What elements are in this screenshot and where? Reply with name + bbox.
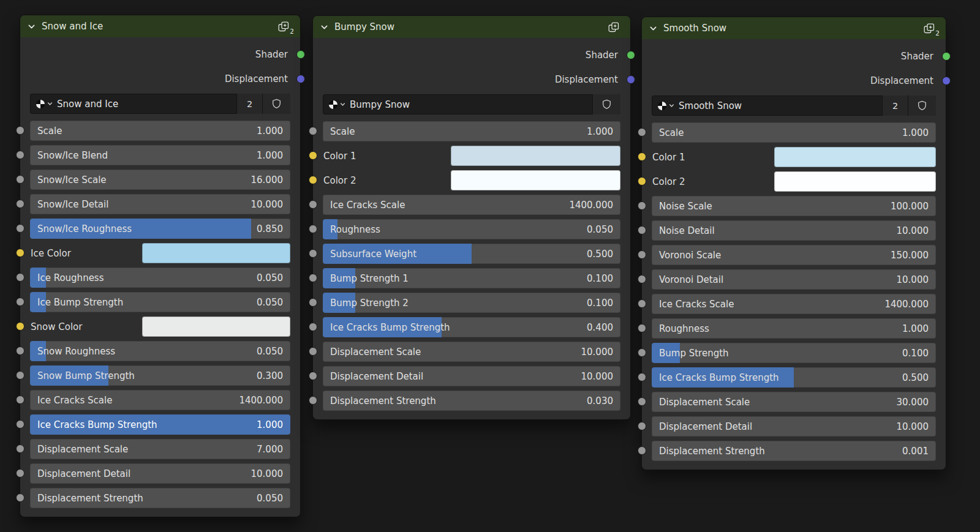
nodetree-browse-icon[interactable] (657, 101, 674, 111)
input-socket-ice-cracks-scale[interactable] (638, 299, 646, 308)
value-slider[interactable]: Scale1.000 (652, 122, 936, 143)
input-socket-ice-cracks-bump-strength[interactable] (638, 373, 646, 381)
value-slider[interactable]: Ice Cracks Scale1400.000 (30, 390, 290, 410)
input-socket-scale[interactable] (16, 126, 24, 135)
input-socket-snow-ice-detail[interactable] (16, 200, 24, 208)
input-socket-ice-cracks-scale[interactable] (309, 200, 317, 209)
node-header[interactable]: Smooth Snow2 (642, 17, 946, 39)
input-socket-snow-bump-strength[interactable] (16, 371, 24, 380)
input-socket-voronoi-scale[interactable] (638, 250, 646, 259)
value-slider[interactable]: Snow Roughness0.050 (30, 341, 290, 361)
value-slider[interactable]: Subsurface Weight0.500 (323, 244, 620, 264)
node-group-selector[interactable]: Snow and Ice2 (30, 94, 290, 114)
nodetree-browse-icon[interactable] (36, 99, 53, 109)
fake-user-shield-button[interactable] (262, 94, 290, 114)
input-socket-ice-cracks-bump-strength[interactable] (16, 420, 24, 429)
input-socket-snow-ice-scale[interactable] (16, 175, 24, 184)
color-swatch[interactable] (774, 171, 936, 192)
node-snow-and-ice[interactable]: Snow and Ice2ShaderDisplacementSnow and … (20, 15, 301, 517)
input-socket-subsurface-weight[interactable] (309, 249, 317, 258)
input-socket-ice-bump-strength[interactable] (16, 298, 24, 306)
input-socket-color-2[interactable] (309, 176, 317, 184)
node-editor-canvas[interactable]: Snow and Ice2ShaderDisplacementSnow and … (0, 0, 980, 532)
input-socket-color-2[interactable] (638, 177, 646, 185)
color-swatch[interactable] (451, 170, 620, 190)
input-socket-displacement-scale[interactable] (638, 397, 646, 406)
value-slider[interactable]: Bump Strength 10.100 (323, 268, 620, 288)
node-group-selector[interactable]: Bumpy Snow (323, 94, 620, 114)
value-slider[interactable]: Displacement Detail10.000 (652, 416, 936, 436)
value-slider[interactable]: Snow Bump Strength0.300 (30, 365, 290, 386)
value-slider[interactable]: Snow/Ice Blend1.000 (30, 145, 290, 165)
value-slider[interactable]: Displacement Scale30.000 (652, 392, 936, 412)
value-slider[interactable]: Snow/Ice Roughness0.850 (30, 219, 290, 239)
value-slider[interactable]: Displacement Scale7.000 (30, 439, 290, 459)
input-socket-displacement-scale[interactable] (309, 347, 317, 356)
value-slider[interactable]: Displacement Strength0.050 (30, 488, 290, 508)
input-socket-ice-cracks-bump-strength[interactable] (309, 323, 317, 331)
color-swatch[interactable] (142, 243, 290, 263)
input-socket-snow-ice-roughness[interactable] (16, 224, 24, 233)
value-slider[interactable]: Ice Roughness0.050 (30, 268, 290, 288)
value-slider[interactable]: Ice Cracks Scale1400.000 (323, 195, 620, 215)
input-socket-noise-detail[interactable] (638, 226, 646, 234)
input-socket-voronoi-detail[interactable] (638, 275, 646, 283)
output-socket-shader[interactable] (942, 52, 951, 61)
value-slider[interactable]: Displacement Scale10.000 (323, 342, 620, 362)
color-swatch[interactable] (774, 147, 936, 167)
collapse-chevron-icon[interactable] (28, 23, 36, 31)
collapse-chevron-icon[interactable] (320, 23, 328, 31)
output-socket-displacement[interactable] (942, 77, 951, 85)
input-socket-scale[interactable] (638, 128, 646, 137)
input-socket-displacement-strength[interactable] (638, 446, 646, 455)
group-name-field[interactable]: Smooth Snow (652, 96, 882, 116)
group-users-count-button[interactable]: 2 (236, 94, 262, 114)
value-slider[interactable]: Scale1.000 (30, 121, 290, 141)
value-slider[interactable]: Snow/Ice Scale16.000 (30, 170, 290, 190)
value-slider[interactable]: Snow/Ice Detail10.000 (30, 194, 290, 214)
value-slider[interactable]: Bump Strength0.100 (652, 343, 936, 363)
input-socket-snow-ice-blend[interactable] (16, 151, 24, 159)
fake-user-shield-button[interactable] (592, 94, 620, 114)
collapse-chevron-icon[interactable] (649, 24, 657, 32)
value-slider[interactable]: Noise Scale100.000 (652, 196, 936, 216)
input-socket-color-1[interactable] (309, 151, 317, 160)
output-socket-shader[interactable] (627, 51, 635, 59)
input-socket-snow-roughness[interactable] (16, 347, 24, 355)
input-socket-roughness[interactable] (638, 324, 646, 332)
value-slider[interactable]: Roughness1.000 (652, 318, 936, 339)
value-slider[interactable]: Roughness0.050 (323, 219, 620, 239)
input-socket-displacement-strength[interactable] (16, 493, 24, 502)
output-socket-displacement[interactable] (627, 75, 635, 84)
group-name-field[interactable]: Snow and Ice (30, 94, 236, 114)
input-socket-bump-strength-2[interactable] (309, 298, 317, 307)
value-slider[interactable]: Ice Bump Strength0.050 (30, 292, 290, 312)
input-socket-displacement-strength[interactable] (309, 396, 317, 405)
node-header[interactable]: Snow and Ice2 (20, 15, 300, 37)
value-slider[interactable]: Displacement Strength0.001 (652, 441, 936, 461)
value-slider[interactable]: Voronoi Scale150.000 (652, 245, 936, 265)
input-socket-displacement-scale[interactable] (16, 444, 24, 453)
group-name-field[interactable]: Bumpy Snow (323, 94, 592, 114)
value-slider[interactable]: Ice Cracks Bump Strength0.500 (652, 367, 936, 388)
value-slider[interactable]: Ice Cracks Scale1400.000 (652, 294, 936, 314)
fake-user-shield-button[interactable] (908, 96, 936, 116)
color-swatch[interactable] (451, 146, 620, 166)
node-header[interactable]: Bumpy Snow (313, 16, 630, 38)
group-users-count-button[interactable]: 2 (882, 96, 908, 116)
input-socket-ice-roughness[interactable] (16, 273, 24, 282)
input-socket-displacement-detail[interactable] (309, 372, 317, 380)
value-slider[interactable]: Noise Detail10.000 (652, 220, 936, 241)
input-socket-noise-scale[interactable] (638, 201, 646, 210)
value-slider[interactable]: Displacement Detail10.000 (30, 463, 290, 484)
input-socket-displacement-detail[interactable] (638, 422, 646, 430)
value-slider[interactable]: Bump Strength 20.100 (323, 293, 620, 313)
input-socket-roughness[interactable] (309, 225, 317, 233)
input-socket-color-1[interactable] (638, 152, 646, 161)
output-socket-shader[interactable] (296, 50, 305, 59)
input-socket-ice-color[interactable] (16, 249, 24, 257)
node-smooth-snow[interactable]: Smooth Snow2ShaderDisplacementSmooth Sno… (641, 17, 946, 470)
nodetree-browse-icon[interactable] (328, 100, 345, 110)
input-socket-bump-strength[interactable] (638, 348, 646, 357)
node-bumpy-snow[interactable]: Bumpy SnowShaderDisplacementBumpy SnowSc… (312, 15, 631, 420)
